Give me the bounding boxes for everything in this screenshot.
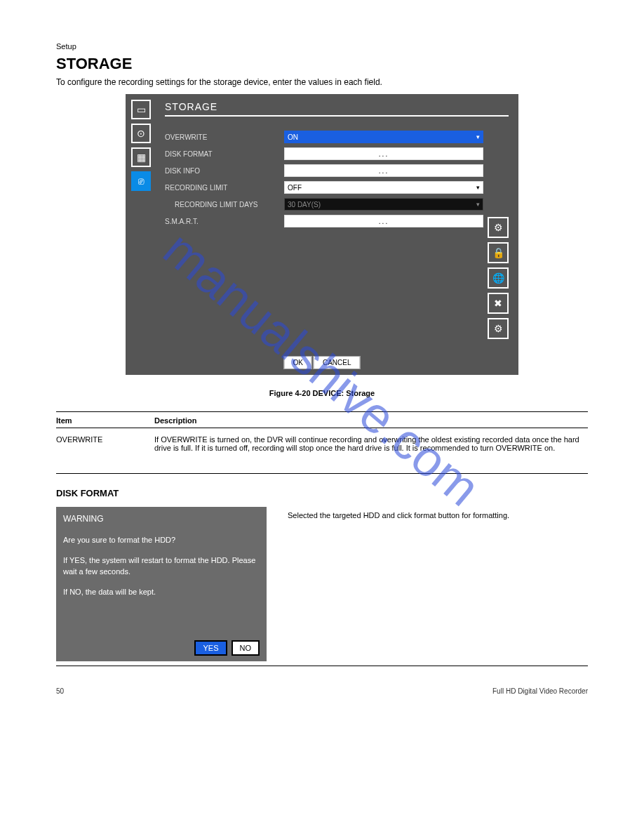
warning-line1: Are you sure to format the HDD? — [63, 535, 260, 545]
warning-line3: If NO, the data will be kept. — [63, 587, 260, 597]
monitor-icon: ▭ — [137, 104, 146, 115]
disk-info-label: DISK INFO — [165, 167, 284, 175]
warning-dialog-screenshot: WARNING Are you sure to format the HDD? … — [56, 507, 267, 661]
description-table: Item Description OVERWRITE If OVERWRITE … — [56, 411, 588, 474]
table-cell-description: If OVERWRITE is turned on, the DVR will … — [154, 428, 588, 474]
sidebar-device-icon[interactable]: ▦ — [131, 147, 151, 167]
warning-line2: If YES, the system will restart to forma… — [63, 555, 260, 577]
recording-limit-days-value: 30 DAY(S) — [288, 201, 321, 208]
gear-search-icon: ⚙ — [494, 323, 503, 334]
right-lock-icon[interactable]: 🔒 — [488, 242, 509, 263]
smart-value: ... — [379, 218, 389, 225]
right-gears-icon[interactable]: ⚙ — [488, 217, 509, 238]
reel-icon: ⊙ — [137, 128, 145, 139]
storage-screenshot: ▭ ⊙ ▦ ⎚ STORAGE OVERWRITE ON▾ DISK FORMA… — [126, 94, 518, 375]
warning-side-text: Selected the targeted HDD and click form… — [288, 507, 588, 522]
disk-info-value: ... — [379, 167, 389, 175]
smart-field[interactable]: ... — [284, 215, 483, 227]
page-title: STORAGE — [56, 55, 588, 73]
disk-format-field[interactable]: ... — [284, 147, 483, 160]
chevron-down-icon: ▾ — [476, 184, 480, 191]
disk-format-section-title: DISK FORMAT — [56, 488, 588, 498]
right-search-icon[interactable]: ⚙ — [488, 318, 509, 339]
footer-product: Full HD Digital Video Recorder — [492, 687, 588, 695]
overwrite-field[interactable]: ON▾ — [284, 131, 483, 143]
disk-format-label: DISK FORMAT — [165, 150, 284, 158]
lock-icon: 🔒 — [492, 247, 504, 258]
screenshot-title: STORAGE — [165, 101, 217, 112]
table-row: OVERWRITE If OVERWRITE is turned on, the… — [56, 428, 588, 474]
chevron-down-icon: ▾ — [476, 133, 480, 140]
recording-limit-field[interactable]: OFF▾ — [284, 181, 483, 194]
table-cell-item: OVERWRITE — [56, 428, 154, 474]
ok-button[interactable]: OK — [283, 356, 311, 369]
sidebar-storage-icon[interactable]: ⎚ — [131, 171, 151, 191]
recording-limit-label: RECORDING LIMIT — [165, 184, 284, 192]
page-number: 50 — [56, 687, 64, 695]
title-underline — [165, 115, 509, 117]
disk-format-value: ... — [379, 150, 389, 158]
recording-limit-days-label: RECORDING LIMIT DAYS — [165, 201, 284, 208]
smart-label: S.M.A.R.T. — [165, 218, 284, 225]
right-tools-icon[interactable]: ✖ — [488, 293, 509, 314]
tools-icon: ✖ — [494, 298, 502, 309]
cancel-button[interactable]: CANCEL — [314, 356, 361, 369]
sidebar-record-icon[interactable]: ⊙ — [131, 124, 151, 143]
yes-button[interactable]: YES — [194, 640, 227, 656]
overwrite-label: OVERWRITE — [165, 133, 284, 141]
overwrite-value: ON — [288, 133, 298, 141]
grid-icon: ▦ — [137, 152, 146, 163]
no-button[interactable]: NO — [232, 640, 260, 656]
table-header-description: Description — [154, 412, 588, 428]
page-section: Setup — [56, 42, 588, 51]
recording-limit-value: OFF — [288, 184, 302, 192]
right-network-icon[interactable]: 🌐 — [488, 267, 509, 289]
gears-icon: ⚙ — [494, 222, 503, 233]
disk-info-field[interactable]: ... — [284, 164, 483, 177]
warning-title: WARNING — [63, 514, 260, 524]
globe-icon: 🌐 — [492, 272, 504, 284]
page-subtitle: To configure the recording settings for … — [56, 77, 588, 87]
storage-icon: ⎚ — [138, 176, 144, 187]
sidebar-display-icon[interactable]: ▭ — [131, 100, 151, 119]
chevron-down-icon: ▾ — [476, 201, 480, 208]
table-header-item: Item — [56, 412, 154, 428]
figure-caption: Figure 4-20 DEVICE: Storage — [56, 389, 588, 397]
recording-limit-days-field[interactable]: 30 DAY(S)▾ — [284, 198, 483, 211]
